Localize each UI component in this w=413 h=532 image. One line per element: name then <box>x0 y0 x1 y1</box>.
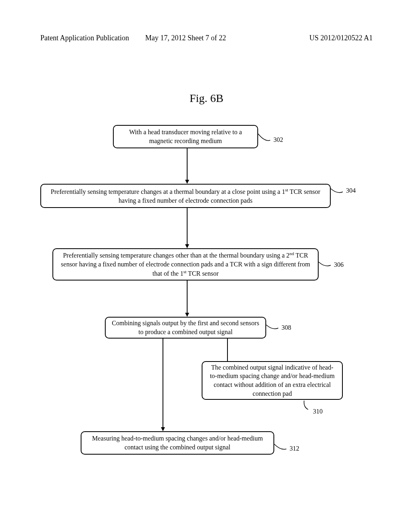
step-308: Combining signals output by the first an… <box>105 317 266 339</box>
step-306-pre: Preferentially sensing temperature chang… <box>63 252 290 259</box>
arrow-306-308 <box>184 281 190 317</box>
step-306-text: Preferentially sensing temperature chang… <box>59 251 312 278</box>
arrow-302-304 <box>184 148 190 184</box>
step-312: Measuring head-to-medium spacing changes… <box>81 431 274 455</box>
svg-marker-1 <box>185 180 189 184</box>
arrow-308-312 <box>160 339 166 431</box>
header-pubnum: US 2012/0120522 A1 <box>309 34 373 42</box>
step-308-text: Combining signals output by the first an… <box>111 319 260 336</box>
ref-304: 304 <box>346 187 356 194</box>
ref-310: 310 <box>313 408 323 415</box>
figure-title: Fig. 6B <box>0 92 413 105</box>
svg-marker-7 <box>161 427 165 431</box>
ref-302: 302 <box>273 136 283 143</box>
ref-312: 312 <box>290 445 299 452</box>
leader-310 <box>302 400 313 412</box>
connector-308-310 <box>224 339 231 361</box>
step-302: With a head transducer moving relative t… <box>113 125 258 148</box>
note-310-text: The combined output signal indicative of… <box>208 363 336 398</box>
svg-marker-3 <box>185 244 189 248</box>
header-date-sheet: May 17, 2012 Sheet 7 of 22 <box>145 34 226 42</box>
header-publication: Patent Application Publication <box>40 34 129 42</box>
leader-308 <box>265 322 282 333</box>
step-304-pre: Preferentially sensing temperature chang… <box>51 188 285 195</box>
note-310: The combined output signal indicative of… <box>202 361 343 400</box>
ref-308: 308 <box>282 324 291 331</box>
svg-marker-5 <box>185 313 189 317</box>
step-312-text: Measuring head-to-medium spacing changes… <box>87 434 268 451</box>
step-304: Preferentially sensing temperature chang… <box>40 184 331 208</box>
leader-302 <box>257 133 273 144</box>
leader-312 <box>273 442 290 453</box>
leader-306 <box>318 259 334 270</box>
flowchart: With a head transducer moving relative t… <box>0 121 413 500</box>
step-306-post2: TCR sensor <box>186 270 219 277</box>
ref-306: 306 <box>334 261 344 268</box>
step-302-text: With a head transducer moving relative t… <box>119 128 252 145</box>
leader-304 <box>330 185 346 197</box>
step-304-text: Preferentially sensing temperature chang… <box>47 187 324 205</box>
arrow-304-306 <box>184 208 190 248</box>
step-306-sup: nd <box>290 251 294 256</box>
step-306: Preferentially sensing temperature chang… <box>52 248 319 281</box>
